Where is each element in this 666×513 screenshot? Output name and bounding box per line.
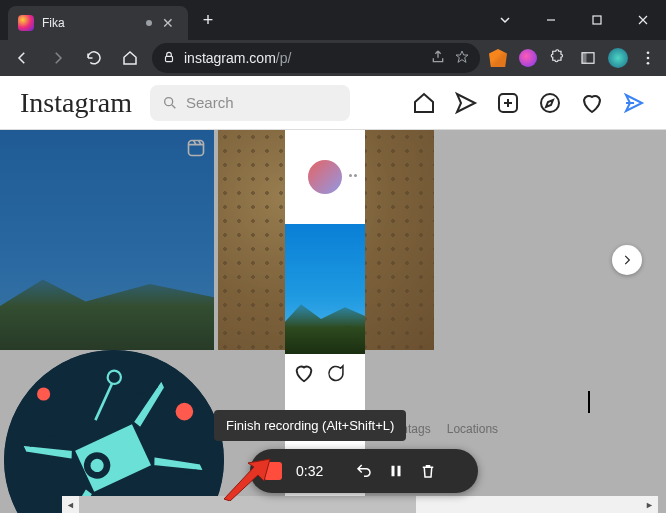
browser-menu-button[interactable] (638, 48, 658, 68)
nav-home-button[interactable] (116, 44, 144, 72)
horizontal-scrollbar[interactable]: ◄ ► (62, 496, 658, 513)
extension-teal-icon[interactable] (608, 48, 628, 68)
extension-purple-icon[interactable] (518, 48, 538, 68)
nav-forward-button[interactable] (44, 44, 72, 72)
content-area: 340 likes Help API Terms Top Accounts Ha… (0, 130, 666, 513)
svg-rect-0 (593, 16, 601, 24)
window-minimize-button[interactable] (528, 0, 574, 40)
svg-point-5 (647, 57, 650, 60)
search-input[interactable]: Search (150, 85, 350, 121)
delete-recording-button[interactable] (419, 462, 437, 480)
svg-point-6 (647, 62, 650, 65)
side-panel-button[interactable] (578, 48, 598, 68)
svg-rect-10 (189, 141, 204, 156)
user-avatar[interactable] (308, 160, 342, 194)
next-post-button[interactable] (612, 245, 642, 275)
svg-point-4 (647, 51, 650, 54)
scroll-right-button[interactable]: ► (641, 496, 658, 513)
window-controls (482, 0, 666, 40)
bookmark-star-icon[interactable] (454, 49, 470, 68)
instagram-header: Instagram Search (0, 76, 666, 130)
svg-rect-25 (392, 466, 395, 477)
window-titlebar: Fika ✕ + (0, 0, 666, 40)
preview-actions (285, 354, 365, 384)
svg-point-13 (176, 403, 194, 421)
svg-point-7 (165, 97, 173, 105)
comment-icon[interactable] (325, 362, 347, 384)
explore-icon[interactable] (538, 91, 562, 115)
recorder-tooltip: Finish recording (Alt+Shift+L) (214, 410, 406, 441)
extensions-area (488, 48, 658, 68)
annotation-avatar-icon (4, 350, 224, 513)
profile-menu-icon[interactable] (622, 91, 646, 115)
messages-icon[interactable] (454, 91, 478, 115)
preview-header (285, 130, 365, 224)
instagram-favicon-icon (18, 15, 34, 31)
nav-back-button[interactable] (8, 44, 36, 72)
svg-rect-3 (582, 53, 587, 64)
metamask-extension-icon[interactable] (488, 48, 508, 68)
pause-button[interactable] (387, 462, 405, 480)
svg-point-9 (541, 94, 559, 112)
activity-heart-icon[interactable] (580, 91, 604, 115)
extensions-menu-button[interactable] (548, 48, 568, 68)
instagram-logo[interactable]: Instagram (20, 87, 132, 119)
footer-link[interactable]: Locations (447, 422, 498, 436)
text-cursor-icon (588, 391, 590, 413)
undo-button[interactable] (355, 462, 373, 480)
browser-tab-active[interactable]: Fika ✕ (8, 6, 188, 40)
lock-icon (162, 50, 176, 67)
reels-badge-icon (186, 138, 206, 162)
window-maximize-button[interactable] (574, 0, 620, 40)
tab-indicator-dot-icon (146, 20, 152, 26)
post-thumbnail[interactable] (0, 130, 214, 350)
new-tab-button[interactable]: + (194, 6, 222, 34)
svg-rect-1 (166, 56, 173, 61)
scroll-left-button[interactable]: ◄ (62, 496, 79, 513)
nav-reload-button[interactable] (80, 44, 108, 72)
screen-recorder-toolbar: 0:32 (250, 449, 478, 493)
tab-title: Fika (42, 16, 140, 30)
svg-rect-26 (398, 466, 401, 477)
search-icon (162, 95, 178, 111)
search-placeholder: Search (186, 94, 234, 111)
window-close-button[interactable] (620, 0, 666, 40)
tab-close-button[interactable]: ✕ (158, 15, 178, 31)
recording-timer: 0:32 (296, 463, 323, 479)
tab-strip: Fika ✕ + (0, 0, 482, 40)
preview-media[interactable] (285, 224, 365, 354)
window-dropdown-button[interactable] (482, 0, 528, 40)
annotation-arrow-icon (222, 457, 272, 505)
svg-point-12 (37, 387, 50, 400)
home-icon[interactable] (412, 91, 436, 115)
mute-button[interactable] (337, 326, 359, 348)
address-bar[interactable]: instagram.com/p/ (152, 43, 480, 73)
url-text: instagram.com/p/ (184, 50, 422, 66)
share-icon[interactable] (430, 49, 446, 68)
scroll-track[interactable] (79, 496, 641, 513)
new-post-icon[interactable] (496, 91, 520, 115)
browser-toolbar: instagram.com/p/ (0, 40, 666, 76)
like-heart-icon[interactable] (293, 362, 315, 384)
